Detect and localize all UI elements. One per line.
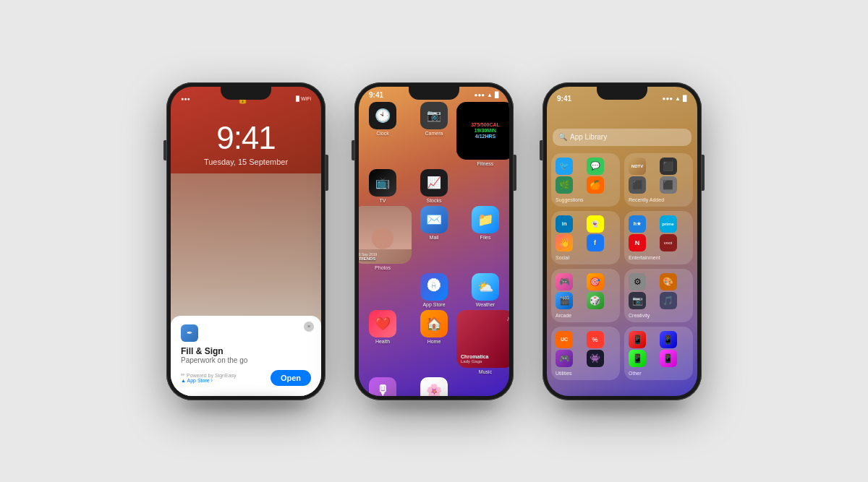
app-weather-icon (472, 273, 499, 301)
app-store-link[interactable]: ▲ App Store › (181, 378, 237, 383)
powered-label: Powered by (187, 373, 213, 378)
app-home-wrap[interactable]: Home (417, 310, 451, 374)
phone-2-screen: 9:41 ●●● ▲ ▉ Clock (359, 87, 509, 396)
recently-added-icons: NDTV ⬛ ⬛ ⬛ (629, 158, 689, 194)
lib-search-placeholder: App Library (570, 133, 607, 141)
app-health-wrap[interactable]: Health (366, 310, 399, 374)
app-library-grid: 🐦 💬 🌿 🍊 Suggestions NDTV (547, 152, 697, 396)
recently-added-label: Recently Added (629, 197, 689, 202)
app-fitness-label: Fitness (477, 161, 494, 166)
app-tv-label: TV (380, 198, 386, 203)
facebook-icon: f (587, 234, 604, 251)
notif-subtitle: Paperwork on the go (181, 356, 311, 364)
app-mail-wrap[interactable]: Mail (417, 206, 451, 270)
game6-icon: 👾 (587, 350, 604, 367)
creativity-app4-icon: 🎵 (660, 292, 677, 309)
arcade-icons: 🎮 🎯 🎬 🎲 (556, 273, 616, 309)
widget-photos: FRIENDS 10 Sep 2019 (359, 206, 412, 264)
lock-signal: ●●● (181, 96, 190, 101)
app-grid: Clock Camera 375/500CAL 19/30MIN 4/12HRS (359, 99, 509, 396)
open-button[interactable]: Open (271, 370, 311, 386)
lock-battery: ▉ WiFi (296, 96, 311, 102)
lib-entertainment[interactable]: h★ prime N voot (624, 211, 693, 264)
prime-video-icon: prime (660, 215, 677, 233)
utilities-icons: UC % 🎮 👾 (556, 331, 616, 367)
other-label: Other (629, 371, 689, 376)
other-app1-icon: 📱 (629, 331, 646, 348)
app-podcasts-wrap[interactable]: Podcasts (366, 377, 399, 396)
home-status-icons: ●●● ▲ ▉ (475, 92, 499, 98)
app-weather-label: Weather (476, 302, 495, 307)
app-photos-wrap[interactable]: Photos (417, 377, 451, 396)
lib-utilities[interactable]: UC % 🎮 👾 Utilities (551, 327, 620, 380)
app-stocks-icon (420, 169, 448, 197)
app-mail-label: Mail (430, 235, 439, 240)
twitter-icon: 🐦 (556, 158, 573, 175)
music-artist: Lady Gaga (461, 359, 509, 363)
photos-widget-label: FRIENDS (359, 257, 375, 261)
creativity-app1-icon: ⚙ (629, 273, 646, 291)
phone-1-shadow (182, 397, 310, 411)
app-files-label: Files (480, 235, 491, 240)
app-weather-wrap[interactable]: Weather (469, 273, 502, 307)
lib-creativity[interactable]: ⚙ 🎨 📷 🎵 Creativity (624, 269, 693, 322)
notif-app-row: ✒ (181, 324, 311, 342)
app-row-2: TV Stocks (366, 169, 502, 203)
brand-label: SignEasy (215, 373, 237, 378)
app-health-icon (369, 310, 396, 337)
app-library-screen: 9:41 ●●● ▲ ▉ 🔍 App Library (547, 87, 697, 396)
arcade-game4-icon: 🎲 (587, 292, 604, 309)
app-camera-wrap[interactable]: Camera (417, 102, 451, 166)
suggestions-label: Suggestions (556, 197, 616, 202)
fitness-hrs: 4/12HRS (475, 134, 495, 139)
other-app4-icon: 📱 (660, 350, 677, 367)
notif-close-button[interactable]: × (304, 322, 314, 332)
notif-footer: ✏ Powered by SignEasy ▲ App Store › Open (181, 370, 311, 386)
lib-row-1: 🐦 💬 🌿 🍊 Suggestions NDTV (551, 153, 693, 207)
lib-search-bar[interactable]: 🔍 App Library (553, 129, 692, 146)
arcade-label: Arcade (556, 313, 616, 318)
lock-date: Tuesday, 15 September (204, 158, 288, 166)
notif-powered-text: ✏ Powered by SignEasy (181, 372, 237, 378)
widget-music: ♪ Chromatica Lady Gaga (456, 310, 509, 368)
app-files-wrap[interactable]: Files (469, 206, 502, 270)
close-x-icon: × (307, 323, 311, 330)
lib-arcade[interactable]: 🎮 🎯 🎬 🎲 Arcade (551, 269, 620, 322)
signeasy-icon: ✏ (181, 372, 185, 378)
app-clock-wrap[interactable]: Clock (366, 102, 399, 166)
widget-music-wrap[interactable]: ♪ Chromatica Lady Gaga Music (469, 310, 502, 374)
row4-spacer (366, 273, 399, 307)
widget-music-label: Music (479, 369, 492, 374)
photo-face (372, 228, 393, 249)
lib-row-3: 🎮 🎯 🎬 🎲 Arcade ⚙ 🎨 (551, 269, 693, 322)
utilities-label: Utilities (556, 371, 616, 376)
app-appstore-wrap[interactable]: App Store (417, 273, 451, 307)
wifi-icon: ▲ (487, 92, 493, 98)
app-podcasts-icon (369, 377, 396, 396)
app-files-icon (472, 206, 499, 233)
app-tv-wrap[interactable]: TV (366, 169, 399, 203)
uc-browser-icon: UC (556, 331, 573, 348)
lib-other[interactable]: 📱 📱 📱 📱 Other (624, 327, 693, 380)
lock-photo-area: × ✒ Fill & Sign Paperwork on the go (171, 173, 321, 396)
app-row-1: Clock Camera 375/500CAL 19/30MIN 4/12HRS (366, 102, 502, 166)
app-stocks-wrap[interactable]: Stocks (417, 169, 451, 203)
lib-recently-added[interactable]: NDTV ⬛ ⬛ ⬛ Recently Added (624, 153, 693, 207)
lib-time: 9:41 (557, 95, 571, 103)
signal-icon: ●●● (475, 92, 485, 98)
widget-photos-wrap[interactable]: FRIENDS 10 Sep 2019 Photos (366, 206, 399, 270)
lib-social[interactable]: in 👻 👋 f Social (551, 211, 620, 264)
lib-suggestions[interactable]: 🐦 💬 🌿 🍊 Suggestions (551, 153, 620, 207)
lib-signal-icon: ●●● (663, 95, 673, 102)
app-camera-icon (420, 102, 448, 129)
app-tv-icon (369, 169, 396, 197)
snapchat-icon: 👻 (587, 215, 604, 233)
other-app3-icon: 📱 (629, 350, 646, 367)
app-health-label: Health (375, 339, 390, 344)
app-home-label: Home (427, 339, 441, 344)
app-fitness-wrap[interactable]: 375/500CAL 19/30MIN 4/12HRS Fitness (469, 102, 502, 166)
hotstar-icon: h★ (629, 215, 646, 233)
recent-app4-icon: ⬛ (660, 176, 677, 194)
creativity-label: Creativity (629, 313, 689, 318)
notch-1 (221, 87, 271, 100)
